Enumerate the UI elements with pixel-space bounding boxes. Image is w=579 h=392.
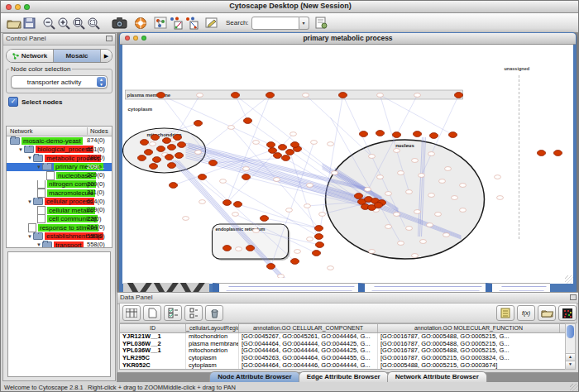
- red-node[interactable]: [355, 194, 363, 199]
- red-node[interactable]: [393, 132, 401, 138]
- tree-expander-icon[interactable]: ▼: [36, 165, 42, 170]
- white-node[interactable]: [290, 132, 297, 136]
- red-node[interactable]: [138, 155, 146, 161]
- select-nodes-checkbox[interactable]: ✓: [8, 97, 18, 107]
- float-panel-icon[interactable]: [106, 36, 112, 41]
- white-node[interactable]: [311, 141, 318, 145]
- red-node[interactable]: [313, 251, 321, 256]
- red-node[interactable]: [360, 131, 368, 137]
- tree-row[interactable]: nucleobase-209(0): [7, 171, 112, 180]
- tree-expander-icon[interactable]: ▼: [36, 242, 42, 247]
- red-node[interactable]: [168, 163, 176, 169]
- red-node[interactable]: [223, 200, 232, 206]
- red-node[interactable]: [153, 157, 161, 163]
- red-node[interactable]: [157, 93, 165, 98]
- red-node[interactable]: [315, 226, 323, 232]
- red-node[interactable]: [269, 148, 277, 154]
- white-node[interactable]: [406, 190, 413, 194]
- tree-row[interactable]: ▼metabolic process280(0): [7, 154, 112, 163]
- zoom-fit-icon[interactable]: [72, 16, 85, 31]
- red-node[interactable]: [244, 118, 252, 124]
- scroll-down-icon[interactable]: ▼: [566, 361, 575, 369]
- white-node[interactable]: [304, 204, 311, 208]
- white-node[interactable]: [428, 194, 435, 198]
- tree-row[interactable]: ▼establishment of lo558(0): [7, 232, 112, 241]
- white-node[interactable]: [445, 167, 452, 171]
- white-node[interactable]: [428, 152, 435, 156]
- network-overview-icon[interactable]: [154, 16, 167, 31]
- red-node[interactable]: [242, 174, 251, 180]
- column-header[interactable]: _cellularLayoutRegion: [186, 324, 239, 332]
- red-node[interactable]: [157, 146, 165, 152]
- red-node[interactable]: [430, 133, 438, 139]
- tree-expander-icon[interactable]: ▼: [17, 147, 24, 152]
- red-node[interactable]: [315, 234, 323, 240]
- white-node[interactable]: [369, 250, 376, 254]
- table-row[interactable]: YJR121W__1mitochondrion[GO:0045267, GO:0…: [120, 333, 565, 341]
- white-node[interactable]: [452, 196, 458, 200]
- white-node[interactable]: [232, 213, 239, 217]
- red-node[interactable]: [554, 151, 562, 156]
- red-node[interactable]: [267, 142, 275, 148]
- table-row[interactable]: YPL036W__1mitochondrion[GO:0044464, GO:0…: [120, 347, 565, 355]
- window-resize-grip[interactable]: [570, 384, 579, 392]
- red-node[interactable]: [174, 135, 182, 141]
- red-node[interactable]: [538, 151, 546, 156]
- white-node[interactable]: [274, 178, 280, 182]
- matrix-icon[interactable]: [558, 305, 577, 321]
- red-node[interactable]: [165, 155, 174, 160]
- red-node[interactable]: [151, 135, 160, 141]
- white-node[interactable]: [294, 250, 301, 254]
- white-node[interactable]: [253, 229, 260, 233]
- tab-network[interactable]: Network: [7, 50, 54, 62]
- tab-node-attribute-browser[interactable]: Node Attribute Browser: [209, 371, 300, 382]
- white-node[interactable]: [228, 126, 235, 130]
- red-node[interactable]: [209, 160, 218, 166]
- annotation-icon[interactable]: [205, 16, 218, 31]
- white-node[interactable]: [427, 223, 433, 227]
- white-node[interactable]: [307, 237, 313, 241]
- table-row[interactable]: YLR295Ccytoplasm[GO:0045263, GO:0044464,…: [120, 355, 565, 362]
- column-header[interactable]: annotation.GO CELLULAR_COMPONENT: [239, 324, 378, 332]
- tab-edge-attribute-browser[interactable]: Edge Attribute Browser: [299, 371, 389, 382]
- white-node[interactable]: [414, 210, 421, 214]
- red-node[interactable]: [286, 150, 294, 155]
- white-node[interactable]: [412, 159, 419, 163]
- tree-row[interactable]: mosaic-demo-yeast874(0): [7, 136, 112, 146]
- red-node[interactable]: [274, 153, 282, 159]
- tab-overflow-icon[interactable]: ▶: [101, 50, 112, 62]
- white-node[interactable]: [414, 93, 421, 98]
- tree-row[interactable]: ▼primary metabo209(...: [7, 163, 112, 172]
- tree-row[interactable]: macromolecule311(0): [7, 189, 112, 198]
- table-row[interactable]: YKR052Ccytoplasm[GO:0044464, GO:0044446,…: [120, 362, 565, 370]
- tree-row[interactable]: cellular metabo209(0): [7, 206, 112, 215]
- table-scrollbar[interactable]: ▲ ▼: [565, 323, 576, 370]
- canvas-resize-grip[interactable]: [565, 275, 573, 284]
- unselect-attributes-icon[interactable]: [184, 305, 203, 321]
- tree-expander-icon[interactable]: ▼: [26, 199, 33, 204]
- tree-row[interactable]: ▼transport558(0): [7, 241, 112, 248]
- red-node[interactable]: [376, 131, 385, 136]
- white-node[interactable]: [286, 208, 293, 213]
- white-node[interactable]: [199, 200, 206, 204]
- white-node[interactable]: [412, 254, 419, 258]
- white-node[interactable]: [443, 233, 450, 237]
- delete-attribute-icon[interactable]: [205, 305, 223, 321]
- red-node[interactable]: [414, 131, 422, 137]
- white-node[interactable]: [369, 155, 376, 159]
- table-row[interactable]: YDR039C__1mitochondrion[GO:0044464, GO:0…: [120, 369, 565, 370]
- tree-row[interactable]: response to stimulu264(0): [7, 223, 112, 232]
- white-node[interactable]: [319, 213, 326, 217]
- white-node[interactable]: [460, 184, 467, 188]
- search-dropdown-icon[interactable]: ▾: [299, 17, 309, 30]
- attribute-editor-icon[interactable]: [496, 305, 514, 321]
- red-node[interactable]: [267, 264, 275, 270]
- red-node[interactable]: [339, 93, 347, 98]
- white-node[interactable]: [220, 179, 227, 184]
- red-node[interactable]: [282, 155, 290, 161]
- birds-eye-view[interactable]: [7, 251, 111, 377]
- red-node[interactable]: [141, 140, 149, 146]
- red-node[interactable]: [178, 142, 186, 148]
- white-node[interactable]: [398, 241, 404, 246]
- help-icon[interactable]: [134, 16, 147, 31]
